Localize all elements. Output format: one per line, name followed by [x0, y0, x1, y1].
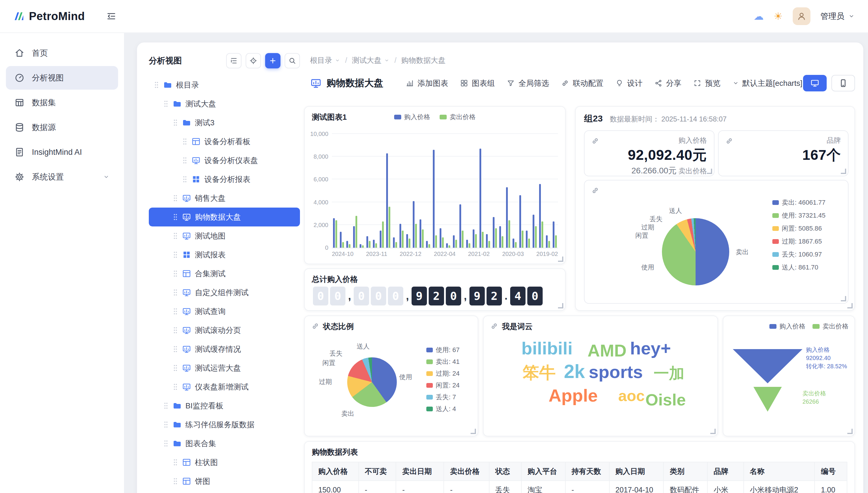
drag-handle-icon[interactable]: [173, 458, 178, 467]
drag-handle-icon[interactable]: [173, 269, 178, 278]
toolbar-add-chart[interactable]: 添加图表: [406, 78, 448, 88]
legend-item[interactable]: 卖出价格: [440, 113, 476, 122]
sun-icon[interactable]: ☀: [774, 11, 783, 21]
tree-search-button[interactable]: [285, 53, 300, 68]
stat-card-brand[interactable]: 品牌 167个: [718, 130, 849, 176]
legend-item[interactable]: 闲置: 24: [426, 381, 460, 390]
sidebar-item-home[interactable]: 首页: [6, 41, 118, 65]
tree-item[interactable]: 合集测试: [149, 264, 300, 283]
tree-item[interactable]: 仪表盘新增测试: [149, 378, 300, 396]
pie-chart[interactable]: [347, 357, 397, 407]
drag-handle-icon[interactable]: [163, 439, 169, 448]
card-wordcloud[interactable]: 我是词云 bilibiliAMDhey+笨牛2ksports一加Appleaoc…: [483, 316, 718, 436]
tree-item[interactable]: 柱状图: [149, 453, 300, 472]
legend-item[interactable]: 卖出: 41: [426, 357, 460, 366]
toolbar-linkage-config[interactable]: 联动配置: [561, 78, 604, 88]
tree-item[interactable]: 饼图: [149, 472, 300, 491]
drag-handle-icon[interactable]: [173, 363, 178, 373]
legend-item[interactable]: 卖出: 46061.77: [772, 198, 826, 207]
drag-handle-icon[interactable]: [163, 99, 169, 108]
sidebar-item-settings[interactable]: 系统设置: [6, 165, 118, 189]
sidebar-item-analysis-view[interactable]: 分析视图: [6, 66, 118, 90]
wordcloud-word[interactable]: 笨牛: [523, 364, 556, 381]
drag-handle-icon[interactable]: [173, 212, 178, 222]
legend-item[interactable]: 丢失: 7: [426, 393, 460, 402]
drag-handle-icon[interactable]: [182, 137, 188, 146]
drag-handle-icon[interactable]: [154, 80, 159, 90]
drag-handle-icon[interactable]: [182, 156, 188, 165]
toolbar-global-filter[interactable]: 全局筛选: [507, 78, 549, 88]
toolbar-preview[interactable]: 预览: [693, 78, 720, 88]
toolbar-share[interactable]: 分享: [654, 78, 681, 88]
tree-item[interactable]: 测试运营大盘: [149, 359, 300, 378]
wordcloud-word[interactable]: Apple: [548, 387, 598, 405]
legend-item[interactable]: 闲置: 5085.86: [772, 224, 826, 233]
tree-item[interactable]: BI监控看板: [149, 396, 300, 415]
drag-handle-icon[interactable]: [173, 325, 178, 335]
tree-item[interactable]: 测试大盘: [149, 94, 300, 113]
card-total-price[interactable]: 总计购入价格 00,000,920,92.40: [304, 268, 566, 311]
sidebar-item-insightmind-ai[interactable]: InsightMind AI: [6, 141, 118, 164]
legend-item[interactable]: 购入价格: [769, 322, 805, 331]
mobile-view-button[interactable]: [831, 75, 855, 91]
pie-chart[interactable]: [662, 218, 729, 285]
tree-item[interactable]: 测试滚动分页: [149, 321, 300, 340]
drag-handle-icon[interactable]: [173, 231, 178, 241]
legend-item[interactable]: 送人: 861.70: [772, 263, 826, 272]
legend-item[interactable]: 使用: 67: [426, 346, 460, 355]
wordcloud-word[interactable]: 2k: [564, 362, 585, 381]
sidebar-item-datasource[interactable]: 数据源: [6, 115, 118, 139]
breadcrumb-item[interactable]: 根目录: [310, 56, 340, 65]
breadcrumb-item[interactable]: 购物数据大盘: [401, 56, 445, 65]
drag-handle-icon[interactable]: [173, 193, 178, 203]
drag-handle-icon[interactable]: [173, 344, 178, 354]
wordcloud-word[interactable]: bilibili: [521, 340, 572, 357]
tree-item[interactable]: 自定义组件测试: [149, 283, 300, 302]
card-test-chart1[interactable]: 测试图表1 购入价格卖出价格 02,0004,0006,0008,00010,0…: [304, 106, 566, 264]
drag-handle-icon[interactable]: [173, 307, 178, 316]
card-group23[interactable]: 组23 数据最新时间： 2025-11-14 16:58:07 购入价格 92,…: [575, 106, 855, 311]
collapse-sidebar-button[interactable]: [105, 10, 118, 23]
drag-handle-icon[interactable]: [173, 288, 178, 297]
avatar[interactable]: [793, 7, 810, 25]
wordcloud-word[interactable]: aoc: [618, 388, 645, 403]
wordcloud-word[interactable]: hey+: [630, 340, 671, 357]
tree-item[interactable]: 测试报表: [149, 245, 300, 264]
legend-item[interactable]: 送人: 4: [426, 405, 460, 413]
tree-item[interactable]: 销售大盘: [149, 189, 300, 208]
user-menu[interactable]: 管理员: [821, 11, 855, 22]
tree-item[interactable]: 练习伴侣服务版数据: [149, 415, 300, 434]
group23-pie-chart[interactable]: 卖出使用闲置过期丢失送人 卖出: 46061.77使用: 37321.45闲置:…: [584, 180, 849, 304]
tree-add-button[interactable]: [265, 53, 281, 68]
tree-item[interactable]: 图表合集: [149, 434, 300, 453]
drag-handle-icon[interactable]: [163, 401, 169, 410]
tree-locate-button[interactable]: [246, 53, 261, 68]
breadcrumb-item[interactable]: 测试大盘: [352, 56, 390, 65]
wordcloud-word[interactable]: 一加: [654, 366, 684, 381]
drag-handle-icon[interactable]: [173, 382, 178, 391]
wordcloud-word[interactable]: AMD: [587, 342, 626, 359]
legend-item[interactable]: 使用: 37321.45: [772, 211, 826, 220]
legend-item[interactable]: 购入价格: [394, 113, 430, 122]
bar-chart-bars[interactable]: [332, 134, 558, 248]
drag-handle-icon[interactable]: [173, 118, 178, 127]
theme-select[interactable]: 默认主题[echarts]: [732, 78, 803, 88]
toolbar-design[interactable]: 设计: [615, 78, 642, 88]
sidebar-item-dataset[interactable]: 数据集: [6, 91, 118, 114]
tree-item[interactable]: 条形图: [149, 491, 300, 493]
stat-card-purchase-price[interactable]: 购入价格 92,092.40元 26.266.00元 卖出价格: [584, 130, 714, 176]
drag-handle-icon[interactable]: [182, 175, 188, 184]
card-funnel[interactable]: 购入价格卖出价格 购入价格 92092.40 转化率: 28.52% 卖出价格 …: [723, 316, 855, 436]
card-status-ratio[interactable]: 状态比例 使用卖出过期闲置丢失送人 使用: 67卖出: 41过期: 24闲置: …: [304, 316, 478, 436]
tree-collapse-button[interactable]: [226, 53, 242, 68]
legend-item[interactable]: 过期: 1867.65: [772, 237, 826, 246]
tree-item[interactable]: 设备分析仪表盘: [149, 151, 300, 170]
legend-item[interactable]: 过期: 24: [426, 369, 460, 378]
desktop-view-button[interactable]: [803, 75, 827, 91]
tree-item[interactable]: 设备分析报表: [149, 170, 300, 189]
drag-handle-icon[interactable]: [163, 420, 169, 429]
drag-handle-icon[interactable]: [173, 250, 178, 259]
funnel-stage-purchase[interactable]: [733, 349, 803, 383]
tree-item[interactable]: 测试3: [149, 113, 300, 132]
tree-item[interactable]: 根目录: [149, 76, 300, 94]
